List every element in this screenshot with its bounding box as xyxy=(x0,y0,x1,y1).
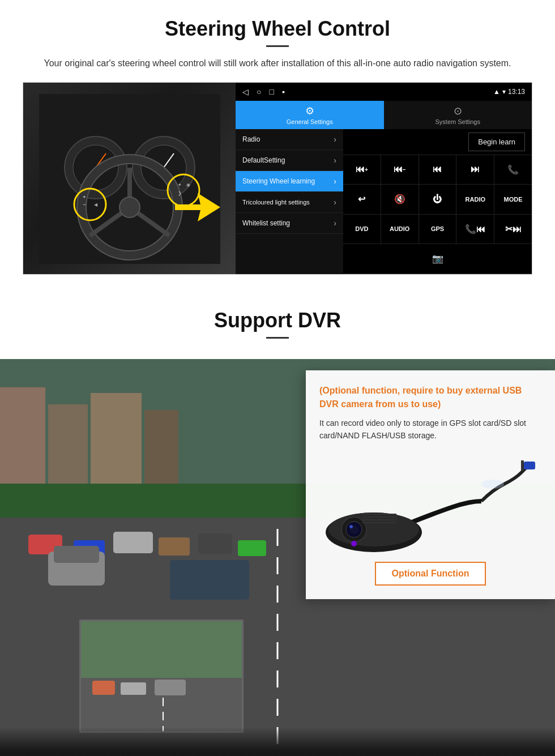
recent-nav-icon[interactable]: □ xyxy=(269,87,274,96)
dvr-description-text: It can record video only to storage in G… xyxy=(319,417,541,442)
steering-content-area: + − ◀ ✦ ◉ ❯ ◁ ○ □ ▪ xyxy=(23,82,532,275)
svg-rect-46 xyxy=(521,460,524,471)
dvr-camera-svg xyxy=(323,456,538,552)
controls-row-3: DVD AUDIO GPS 📞⏮ ✂⏭ xyxy=(343,215,532,245)
begin-learn-row: Begin learn xyxy=(343,129,532,155)
svg-text:✦: ✦ xyxy=(177,182,181,187)
svg-text:+: + xyxy=(83,194,86,200)
ctrl-next-track[interactable]: ⏭ xyxy=(456,155,494,185)
tab-system-label: System Settings xyxy=(436,118,480,125)
steering-wheel-photo: + − ◀ ✦ ◉ ❯ xyxy=(23,83,236,275)
chevron-right-icon: › xyxy=(334,156,336,165)
svg-rect-32 xyxy=(113,532,153,553)
title-divider xyxy=(266,45,289,47)
svg-point-12 xyxy=(119,197,140,217)
dvr-optional-text: (Optional function, require to buy exter… xyxy=(319,384,541,411)
menu-item-whitelist[interactable]: Whitelist setting › xyxy=(236,213,343,234)
ctrl-phone[interactable]: 📞 xyxy=(494,155,532,185)
ctrl-mode[interactable]: MODE xyxy=(494,185,532,214)
ctrl-phone-prev[interactable]: 📞⏮ xyxy=(456,215,494,244)
svg-rect-37 xyxy=(54,546,99,563)
menu-item-tricoloured[interactable]: Tricoloured light settings › xyxy=(236,192,343,213)
wifi-icon: ▾ xyxy=(502,88,506,96)
steering-section: Steering Wheel Control Your original car… xyxy=(0,0,555,286)
controls-grid: ⏮+ ⏮− ⏮ ⏭ 📞 ↩ 🔇 ⏻ RADIO MODE xyxy=(343,155,532,274)
android-body: Radio › DefaultSetting › Steering Wheel … xyxy=(236,129,532,274)
svg-rect-42 xyxy=(92,681,115,695)
svg-point-53 xyxy=(351,541,357,546)
ctrl-hangup[interactable]: ↩ xyxy=(343,185,381,214)
dvr-inset-svg xyxy=(81,621,244,733)
dvr-inset-screen xyxy=(79,620,244,733)
signal-icon: ▲ xyxy=(493,88,500,96)
android-screen: ◁ ○ □ ▪ ▲ ▾ 13:13 ⚙ General Settings xyxy=(236,83,532,274)
svg-point-52 xyxy=(349,525,353,528)
dvr-inset-road-scene xyxy=(81,621,242,731)
optional-function-button[interactable]: Optional Function xyxy=(375,562,486,586)
ctrl-dvd[interactable]: DVD xyxy=(343,215,381,244)
settings-gear-icon: ⚙ xyxy=(305,105,314,117)
ctrl-camera[interactable]: 📷 xyxy=(343,244,532,274)
svg-rect-45 xyxy=(524,462,535,469)
controls-row-1: ⏮+ ⏮− ⏮ ⏭ 📞 xyxy=(343,155,532,185)
back-nav-icon[interactable]: ◁ xyxy=(242,87,249,96)
svg-rect-35 xyxy=(238,540,266,556)
tab-general-label: General Settings xyxy=(287,118,333,125)
ctrl-vol-down[interactable]: ⏮− xyxy=(381,155,419,185)
clock: 13:13 xyxy=(508,88,525,96)
dvr-background: (Optional function, require to buy exter… xyxy=(0,359,555,756)
menu-tricoloured-label: Tricoloured light settings xyxy=(242,199,310,206)
menu-default-label: DefaultSetting xyxy=(242,156,285,164)
chevron-right-icon: › xyxy=(334,198,336,207)
menu-item-steering-learning[interactable]: Steering Wheel learning › xyxy=(236,171,343,192)
dvr-camera-image xyxy=(319,453,541,555)
svg-rect-44 xyxy=(155,680,186,695)
menu-item-defaultsetting[interactable]: DefaultSetting › xyxy=(236,150,343,171)
tab-general-settings[interactable]: ⚙ General Settings xyxy=(236,101,384,129)
menu-steering-label: Steering Wheel learning xyxy=(242,177,315,185)
ctrl-gps[interactable]: GPS xyxy=(419,215,457,244)
ctrl-audio[interactable]: AUDIO xyxy=(381,215,419,244)
controls-row-2: ↩ 🔇 ⏻ RADIO MODE xyxy=(343,185,532,215)
svg-text:◉: ◉ xyxy=(186,182,190,187)
chevron-right-icon: › xyxy=(334,219,336,228)
svg-text:◀: ◀ xyxy=(94,202,98,207)
home-nav-icon[interactable]: ○ xyxy=(257,87,261,96)
menu-nav-icon[interactable]: ▪ xyxy=(282,87,285,96)
system-icon: ⊙ xyxy=(454,105,462,117)
android-status: ▲ ▾ 13:13 xyxy=(493,88,525,96)
controls-row-4: 📷 xyxy=(343,244,532,274)
svg-text:−: − xyxy=(83,202,86,207)
android-nav-icons: ◁ ○ □ ▪ xyxy=(242,87,285,96)
android-menu: Radio › DefaultSetting › Steering Wheel … xyxy=(236,129,343,274)
android-topbar: ◁ ○ □ ▪ ▲ ▾ 13:13 xyxy=(236,83,532,101)
menu-radio-label: Radio xyxy=(242,135,260,143)
dvr-info-card: (Optional function, require to buy exter… xyxy=(306,370,555,600)
svg-text:❯: ❯ xyxy=(177,191,181,196)
svg-point-58 xyxy=(481,480,504,489)
svg-rect-38 xyxy=(170,560,249,600)
dvr-header: Support DVR xyxy=(0,292,555,359)
ctrl-vol-up[interactable]: ⏮+ xyxy=(343,155,381,185)
svg-rect-33 xyxy=(159,537,190,556)
android-tabs: ⚙ General Settings ⊙ System Settings xyxy=(236,101,532,129)
chevron-right-icon: › xyxy=(334,177,336,186)
ctrl-radio[interactable]: RADIO xyxy=(456,185,494,214)
dvr-dashboard xyxy=(0,727,555,756)
menu-whitelist-label: Whitelist setting xyxy=(242,219,290,227)
ctrl-scissors-next[interactable]: ✂⏭ xyxy=(494,215,532,244)
steering-title: Steering Wheel Control xyxy=(23,17,532,41)
ctrl-prev-track[interactable]: ⏮ xyxy=(419,155,457,185)
dvr-section: Support DVR xyxy=(0,292,555,756)
dvr-title: Support DVR xyxy=(23,309,532,332)
begin-learn-button[interactable]: Begin learn xyxy=(468,133,525,151)
svg-rect-34 xyxy=(198,533,232,554)
svg-rect-43 xyxy=(121,682,146,695)
steering-wheel-svg: + − ◀ ✦ ◉ ❯ xyxy=(39,94,220,264)
ctrl-power[interactable]: ⏻ xyxy=(419,185,457,214)
ctrl-mute[interactable]: 🔇 xyxy=(381,185,419,214)
tab-system-settings[interactable]: ⊙ System Settings xyxy=(384,101,532,129)
steering-subtitle: Your original car's steering wheel contr… xyxy=(34,56,521,71)
chevron-right-icon: › xyxy=(334,135,336,144)
menu-item-radio[interactable]: Radio › xyxy=(236,129,343,150)
